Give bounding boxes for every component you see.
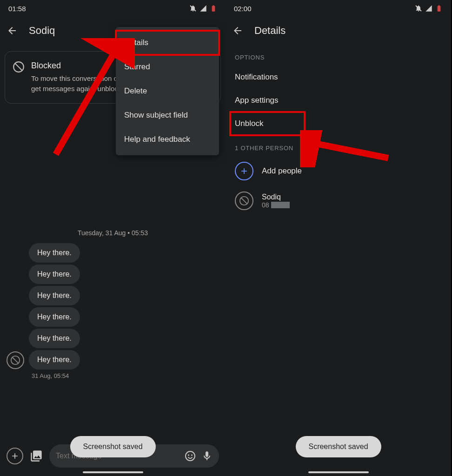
people-header: 1 OTHER PERSON	[226, 135, 451, 156]
unblock-option[interactable]: Unblock	[230, 112, 305, 135]
menu-delete[interactable]: Delete	[116, 79, 219, 103]
menu-starred[interactable]: Starred	[116, 55, 219, 79]
plus-icon	[10, 451, 20, 461]
block-icon	[13, 61, 25, 73]
nav-handle[interactable]	[83, 471, 143, 473]
details-title: Details	[254, 25, 286, 37]
conversation-screen: 01:58 Sodiq Blocked To move this convers…	[0, 0, 226, 476]
app-settings-option[interactable]: App settings	[226, 89, 451, 112]
add-people-row[interactable]: + Add people	[226, 156, 451, 186]
menu-show-subject[interactable]: Show subject field	[116, 103, 219, 127]
attach-button[interactable]	[7, 448, 23, 464]
contact-row[interactable]: Sodiq 08	[226, 186, 451, 216]
menu-details[interactable]: Details	[116, 31, 219, 55]
redacted-number	[271, 202, 290, 208]
notifications-option[interactable]: Notifications	[226, 66, 451, 89]
svg-line-4	[13, 357, 19, 363]
status-time: 01:58	[8, 5, 26, 13]
overflow-menu: Details Starred Delete Show subject fiel…	[116, 27, 219, 155]
svg-line-10	[241, 198, 247, 204]
status-bar: 02:00	[226, 0, 451, 17]
add-people-label: Add people	[262, 166, 302, 176]
contact-number: 08	[262, 201, 290, 209]
message-bubble[interactable]: Hey there.	[29, 350, 80, 370]
options-header: OPTIONS	[226, 45, 451, 66]
contact-avatar	[235, 192, 253, 210]
svg-line-1	[15, 63, 22, 70]
message-bubble[interactable]: Hey there.	[29, 286, 80, 305]
screenshot-toast: Screenshot saved	[295, 436, 381, 457]
message-bubble[interactable]: Hey there.	[29, 329, 80, 348]
message-bubble[interactable]: Hey there.	[29, 243, 80, 263]
mic-icon[interactable]	[201, 450, 213, 462]
status-icons	[415, 5, 443, 12]
day-timestamp: Tuesday, 31 Aug • 05:53	[0, 229, 226, 237]
svg-point-5	[186, 451, 195, 461]
svg-point-7	[191, 455, 193, 456]
gallery-icon[interactable]	[30, 450, 43, 463]
svg-point-6	[188, 455, 189, 456]
signal-icon	[199, 5, 207, 12]
message-bubble[interactable]: Hey there.	[29, 264, 80, 284]
message-list: Hey there. Hey there. Hey there. Hey the…	[0, 243, 226, 379]
block-icon	[239, 196, 249, 206]
screenshot-toast: Screenshot saved	[70, 436, 155, 457]
nav-handle[interactable]	[308, 471, 369, 473]
dnd-icon	[415, 5, 422, 12]
details-screen: 02:00 Details OPTIONS Notifications App …	[226, 0, 451, 476]
message-time: 31 Aug, 05:54	[32, 372, 80, 379]
battery-icon	[435, 5, 443, 12]
battery-icon	[210, 5, 217, 12]
conversation-title: Sodiq	[29, 25, 55, 37]
emoji-icon[interactable]	[185, 450, 196, 462]
status-time: 02:00	[234, 5, 252, 13]
contact-name: Sodiq	[262, 193, 290, 201]
menu-help-feedback[interactable]: Help and feedback	[116, 127, 219, 152]
status-icons	[189, 5, 217, 12]
add-icon: +	[235, 162, 253, 180]
back-icon[interactable]	[232, 25, 243, 36]
block-icon	[10, 355, 20, 365]
signal-icon	[425, 5, 432, 12]
dnd-icon	[189, 5, 197, 12]
sender-avatar[interactable]	[7, 351, 24, 369]
status-bar: 01:58	[0, 0, 226, 17]
message-bubble[interactable]: Hey there.	[29, 307, 80, 327]
app-bar: Details	[226, 17, 451, 45]
back-icon[interactable]	[7, 25, 18, 36]
